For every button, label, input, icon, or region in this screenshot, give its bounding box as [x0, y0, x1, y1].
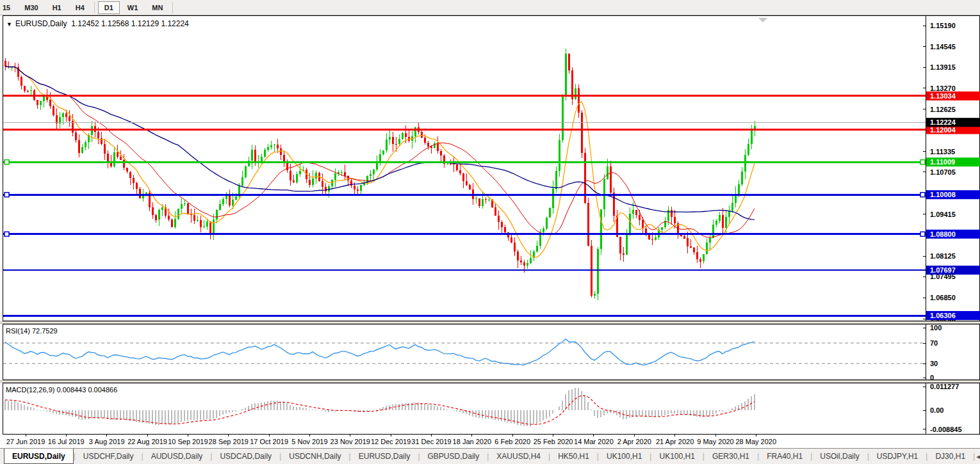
- svg-text:6 Feb 2020: 6 Feb 2020: [494, 438, 530, 445]
- svg-text:31 Dec 2019: 31 Dec 2019: [411, 438, 451, 445]
- timeframe-button-h4[interactable]: H4: [69, 1, 91, 14]
- svg-text:28 Sep 2019: 28 Sep 2019: [209, 438, 249, 445]
- svg-text:1.13034: 1.13034: [930, 92, 956, 100]
- chart-tab-xauusd-h4[interactable]: XAUUSD,H4: [489, 449, 548, 464]
- date-axis[interactable]: 27 Jun 201916 Jul 20193 Aug 201922 Aug 2…: [0, 435, 980, 448]
- chart-tab-hk50-h1[interactable]: HK50,H1: [550, 449, 597, 464]
- timeframe-button-d1[interactable]: D1: [98, 1, 120, 14]
- chart-tab-usdchf-daily[interactable]: USDCHF,Daily: [76, 449, 142, 464]
- toolbar-separator: [94, 2, 95, 13]
- tab-scroll-controls: ◄►: [975, 449, 980, 464]
- chart-tab-audusd-daily[interactable]: AUDUSD,Daily: [143, 449, 211, 464]
- svg-text:14 Mar 2020: 14 Mar 2020: [574, 438, 614, 445]
- svg-text:25 Feb 2020: 25 Feb 2020: [534, 438, 573, 445]
- svg-text:9 May 2020: 9 May 2020: [697, 438, 733, 445]
- svg-text:1.13915: 1.13915: [930, 63, 956, 71]
- svg-text:10 Sep 2019: 10 Sep 2019: [168, 438, 208, 445]
- svg-text:18 Jan 2020: 18 Jan 2020: [453, 438, 492, 445]
- timeframe-toolbar: 15M30H1H4D1W1MN: [0, 0, 980, 15]
- svg-text:1.10705: 1.10705: [930, 168, 956, 176]
- svg-text:1.15190: 1.15190: [930, 22, 956, 29]
- svg-text:1.08800: 1.08800: [930, 230, 956, 238]
- tab-scroll-left-icon[interactable]: ◄: [975, 453, 980, 460]
- svg-text:2 Apr 2020: 2 Apr 2020: [617, 438, 651, 445]
- macd-indicator-panel[interactable]: 0.0112770.00-0.008845: [0, 383, 980, 435]
- svg-text:0.011277: 0.011277: [930, 383, 959, 390]
- svg-text:1.06306: 1.06306: [930, 312, 956, 319]
- chart-tab-fra40-h1[interactable]: FRA40,H1: [759, 449, 810, 464]
- svg-text:1.12004: 1.12004: [930, 126, 956, 134]
- svg-text:22 Aug 2019: 22 Aug 2019: [127, 438, 167, 445]
- timeframe-button-w1[interactable]: W1: [121, 1, 145, 14]
- svg-text:0.00: 0.00: [930, 406, 943, 414]
- svg-text:5 Nov 2019: 5 Nov 2019: [291, 438, 327, 445]
- timeframe-button-mn[interactable]: MN: [145, 1, 169, 14]
- svg-text:30: 30: [930, 360, 938, 367]
- svg-text:1.10008: 1.10008: [930, 191, 956, 198]
- svg-text:27 Jun 2019: 27 Jun 2019: [6, 438, 45, 445]
- chart-tab-bar: EURUSD,Daily|USDCHF,Daily|AUDUSD,Daily|U…: [0, 448, 980, 464]
- svg-text:1.13270: 1.13270: [930, 84, 956, 92]
- svg-text:1.11009: 1.11009: [930, 158, 955, 166]
- svg-text:1.09415: 1.09415: [930, 211, 956, 218]
- chart-tab-gbpusd-daily[interactable]: GBPUSD,Daily: [420, 449, 487, 464]
- svg-text:0: 0: [930, 374, 934, 380]
- svg-text:1.12224: 1.12224: [930, 118, 956, 126]
- main-price-chart[interactable]: 1.151901.145451.139151.132701.126251.113…: [0, 15, 980, 321]
- chart-tab-dj30-h1[interactable]: DJ30,H1: [927, 449, 973, 464]
- chart-tab-uk100-h1[interactable]: UK100,H1: [599, 449, 649, 464]
- svg-text:-0.008845: -0.008845: [930, 426, 962, 433]
- chart-tab-usdcad-daily[interactable]: USDCAD,Daily: [212, 449, 279, 464]
- chart-tab-eurusd-daily[interactable]: EURUSD,Daily: [351, 449, 418, 464]
- timeframe-button-m30[interactable]: M30: [18, 1, 44, 14]
- svg-text:28 May 2020: 28 May 2020: [735, 438, 776, 445]
- chart-tab-ger30-h1[interactable]: GER30,H1: [705, 449, 757, 464]
- svg-text:12 Dec 2019: 12 Dec 2019: [371, 438, 411, 445]
- chart-tab-uk100-h1[interactable]: UK100,H1: [651, 449, 702, 464]
- rsi-indicator-panel[interactable]: 10070300: [0, 324, 980, 380]
- svg-text:1.11335: 1.11335: [930, 148, 955, 156]
- svg-text:1.08125: 1.08125: [930, 252, 956, 260]
- svg-text:1.14545: 1.14545: [930, 43, 956, 51]
- svg-text:70: 70: [930, 339, 938, 347]
- chart-tab-usdjpy-h1[interactable]: USDJPY,H1: [869, 449, 926, 464]
- svg-text:100: 100: [930, 324, 942, 332]
- svg-text:23 Nov 2019: 23 Nov 2019: [331, 438, 370, 445]
- svg-text:1.12625: 1.12625: [930, 106, 956, 113]
- svg-text:21 Apr 2020: 21 Apr 2020: [656, 438, 694, 445]
- timeframe-button-h1[interactable]: H1: [46, 1, 68, 14]
- chart-tab-eurusd-daily[interactable]: EURUSD,Daily: [4, 449, 74, 464]
- toolbar-separator: [172, 2, 173, 13]
- svg-text:17 Oct 2019: 17 Oct 2019: [250, 438, 288, 445]
- timeframe-button-15[interactable]: 15: [0, 1, 17, 14]
- svg-text:1.06850: 1.06850: [930, 294, 956, 301]
- chart-tab-usdcnh-daily[interactable]: USDCNH,Daily: [281, 449, 348, 464]
- svg-text:3 Aug 2019: 3 Aug 2019: [89, 438, 125, 445]
- chart-tab-usoil-daily[interactable]: USOil,Daily: [812, 449, 867, 464]
- svg-text:1.07697: 1.07697: [930, 266, 956, 274]
- svg-text:16 Jul 2019: 16 Jul 2019: [48, 438, 85, 445]
